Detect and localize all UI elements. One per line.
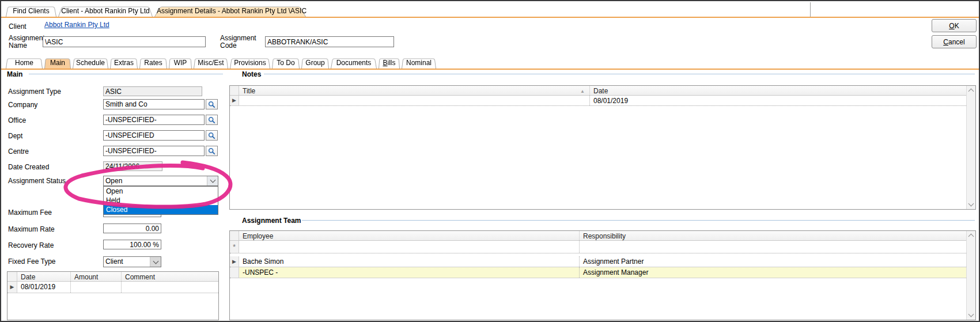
row-selector-cell[interactable]: ▶ bbox=[230, 256, 239, 267]
row-selector-cell[interactable]: ▶ bbox=[230, 96, 239, 105]
column-header-date[interactable]: Date bbox=[589, 86, 975, 95]
column-header-comment[interactable]: Comment bbox=[121, 272, 218, 281]
centre-input[interactable] bbox=[103, 146, 205, 156]
column-header-amount[interactable]: Amount bbox=[70, 272, 121, 281]
current-row-arrow-icon: ▶ bbox=[10, 285, 14, 290]
note-title-cell[interactable] bbox=[239, 96, 589, 105]
fee-table-row[interactable]: ▶ 08/01/2019 bbox=[7, 282, 218, 293]
sort-ascending-icon: ▲ bbox=[580, 89, 585, 94]
search-icon bbox=[208, 116, 215, 124]
company-lookup-button[interactable] bbox=[206, 99, 218, 109]
centre-lookup-button[interactable] bbox=[206, 146, 218, 156]
tab-documents[interactable]: Documents bbox=[331, 58, 377, 69]
scroll-up-button[interactable] bbox=[967, 231, 975, 240]
tab-group[interactable]: Group bbox=[301, 58, 329, 69]
new-employee-cell[interactable] bbox=[239, 241, 579, 253]
chevron-up-icon bbox=[968, 234, 974, 240]
scroll-down-button[interactable] bbox=[967, 310, 975, 320]
tab-extras[interactable]: Extras bbox=[110, 58, 138, 69]
tab-bills[interactable]: Bills bbox=[379, 58, 400, 69]
responsibility-cell[interactable]: Assignment Manager bbox=[579, 267, 975, 278]
assignment-name-label: Assignment Name bbox=[9, 35, 42, 50]
header-selector-cell bbox=[230, 86, 239, 95]
client-link[interactable]: Abbot Rankin Pty Ltd bbox=[44, 21, 109, 29]
tab-find-clients[interactable]: Find Clients bbox=[6, 6, 56, 17]
column-header-responsibility[interactable]: Responsibility bbox=[579, 231, 975, 240]
date-created-label: Date Created bbox=[8, 164, 49, 171]
tab-client[interactable]: Client - Abbot Rankin Pty Ltd bbox=[58, 6, 153, 17]
notes-scrollbar[interactable] bbox=[966, 86, 975, 209]
main-section-title: Main bbox=[7, 70, 22, 78]
fixed-fee-type-label: Fixed Fee Type bbox=[8, 258, 56, 266]
company-label: Company bbox=[8, 101, 37, 109]
assignment-status-dropdown-button[interactable] bbox=[207, 176, 218, 185]
notes-grid-header: Title ▲ Date bbox=[230, 86, 975, 96]
assignment-status-combobox[interactable]: Open bbox=[103, 176, 218, 186]
scroll-down-button[interactable] bbox=[967, 200, 975, 209]
tab-to-do[interactable]: To Do bbox=[272, 58, 300, 69]
employee-cell[interactable]: -UNSPEC - bbox=[239, 267, 579, 278]
column-header-employee[interactable]: Employee bbox=[239, 231, 579, 240]
team-row[interactable]: -UNSPEC - Assignment Manager bbox=[230, 267, 975, 278]
status-option-closed[interactable]: Closed bbox=[104, 205, 218, 214]
status-option-held[interactable]: Held bbox=[104, 196, 218, 205]
assignment-team-grid: Employee Responsibility * ▶ Bache Simon … bbox=[229, 230, 976, 320]
fixed-fee-type-combobox[interactable]: Client bbox=[103, 256, 161, 267]
office-input[interactable] bbox=[103, 115, 205, 125]
search-icon bbox=[208, 132, 215, 139]
tab-misc-est[interactable]: Misc/Est bbox=[194, 58, 228, 69]
tab-rates[interactable]: Rates bbox=[139, 58, 167, 69]
team-row[interactable]: ▶ Bache Simon Assignment Partner bbox=[230, 256, 975, 267]
tab-assignment-details[interactable]: Assignment Details - Abbot Rankin Pty Lt… bbox=[154, 6, 306, 17]
cancel-button[interactable]: Cancel bbox=[932, 35, 977, 48]
fee-amount-cell[interactable] bbox=[70, 282, 121, 293]
scroll-up-button[interactable] bbox=[967, 86, 975, 95]
employee-cell[interactable]: Bache Simon bbox=[239, 256, 579, 267]
notes-section-line bbox=[264, 74, 975, 74]
ok-button[interactable]: OK bbox=[932, 19, 977, 32]
team-scrollbar[interactable] bbox=[966, 231, 975, 320]
assignment-status-label: Assignment Status bbox=[8, 177, 66, 185]
assignment-details-window: Find Clients Client - Abbot Rankin Pty L… bbox=[0, 0, 980, 322]
status-option-open[interactable]: Open bbox=[104, 187, 218, 196]
company-input[interactable] bbox=[103, 99, 205, 109]
assignment-code-input[interactable] bbox=[265, 36, 394, 47]
new-row-selector-cell[interactable]: * bbox=[230, 241, 239, 253]
page-tab-bar: Home Main Schedule Extras Rates WIP Misc… bbox=[6, 57, 436, 69]
fixed-fee-type-dropdown-button[interactable] bbox=[150, 257, 161, 267]
header-selector-cell bbox=[7, 272, 17, 281]
assignment-name-input[interactable] bbox=[43, 36, 206, 47]
new-responsibility-cell[interactable] bbox=[579, 241, 975, 253]
tab-nominal[interactable]: Nominal bbox=[402, 58, 436, 69]
dept-lookup-button[interactable] bbox=[206, 130, 218, 141]
current-row-arrow-icon: ▶ bbox=[232, 259, 236, 264]
assignment-status-dropdown-list: Open Held Closed bbox=[103, 186, 218, 215]
tab-provisions[interactable]: Provisions bbox=[230, 58, 270, 69]
note-date-cell[interactable]: 08/01/2019 bbox=[589, 96, 975, 105]
tab-main[interactable]: Main bbox=[44, 58, 71, 69]
column-header-title[interactable]: Title ▲ bbox=[239, 86, 589, 95]
notes-grid: Title ▲ Date ▶ 08/01/2019 bbox=[229, 85, 976, 210]
notes-row[interactable]: ▶ 08/01/2019 bbox=[230, 96, 975, 106]
row-selector-cell[interactable]: ▶ bbox=[7, 282, 17, 293]
search-icon bbox=[208, 101, 215, 108]
fee-date-cell[interactable]: 08/01/2019 bbox=[17, 282, 70, 293]
dept-input[interactable] bbox=[103, 130, 205, 141]
team-new-row[interactable]: * bbox=[230, 241, 975, 253]
responsibility-cell[interactable]: Assignment Partner bbox=[579, 256, 975, 267]
tab-wip[interactable]: WIP bbox=[169, 58, 192, 69]
chevron-down-icon bbox=[968, 312, 974, 317]
column-header-date[interactable]: Date bbox=[17, 272, 70, 281]
recovery-rate-input[interactable] bbox=[103, 240, 161, 249]
fixed-fee-table: Date Amount Comment ▶ 08/01/2019 bbox=[7, 271, 219, 320]
row-selector-cell[interactable] bbox=[230, 267, 239, 278]
chevron-down-icon bbox=[153, 258, 158, 264]
assignment-status-value: Open bbox=[104, 176, 207, 185]
tab-schedule[interactable]: Schedule bbox=[73, 58, 108, 69]
maximum-rate-input[interactable] bbox=[103, 223, 161, 233]
client-label: Client bbox=[9, 23, 27, 31]
doc-tabstrip-underline bbox=[1, 17, 979, 18]
office-lookup-button[interactable] bbox=[206, 115, 218, 125]
fee-comment-cell[interactable] bbox=[121, 282, 218, 293]
tab-home[interactable]: Home bbox=[6, 58, 43, 69]
